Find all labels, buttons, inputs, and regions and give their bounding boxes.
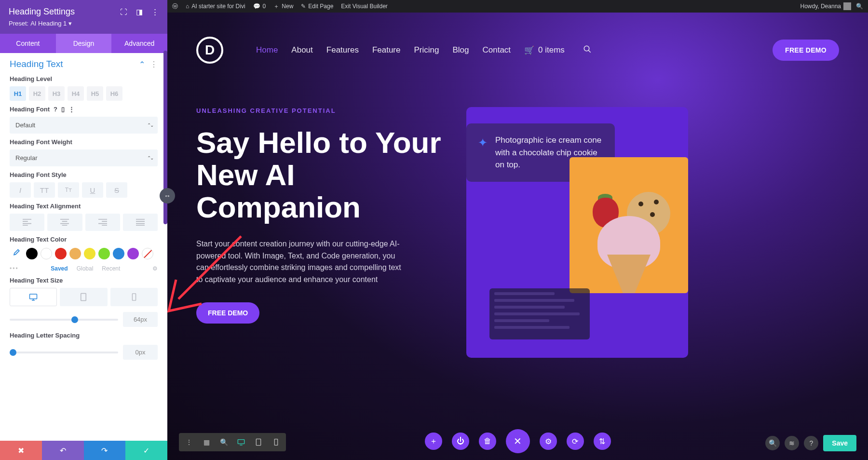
heading-level-h5[interactable]: H5 — [87, 86, 103, 101]
close-button[interactable]: ✖ — [0, 441, 42, 460]
undo-button[interactable]: ↶ — [42, 441, 84, 460]
tab-design[interactable]: Design — [56, 34, 112, 53]
nav-cta-button[interactable]: FREE DEMO — [773, 40, 839, 61]
layers-button[interactable]: ≋ — [785, 436, 799, 450]
nav-features[interactable]: Features — [326, 45, 359, 55]
device-phone[interactable] — [110, 288, 158, 306]
nav-home[interactable]: Home — [256, 45, 278, 55]
heading-font-weight-select[interactable]: Regular — [10, 149, 158, 166]
save-button[interactable]: Save — [823, 435, 856, 451]
heading-level-row: H1 H2 H3 H4 H5 H6 — [10, 86, 158, 101]
wp-logo-icon[interactable]: ⓦ — [172, 2, 178, 11]
help-button[interactable]: ? — [804, 436, 818, 450]
preset-selector[interactable]: Preset: AI Heading 1 ▾ — [9, 20, 159, 27]
color-black[interactable] — [26, 248, 38, 259]
history-button[interactable]: ⟳ — [567, 433, 584, 450]
vt-zoom-icon[interactable]: 🔍 — [216, 436, 232, 448]
nav-blog[interactable]: Blog — [452, 45, 469, 55]
sidebar-toggle-handle[interactable]: ↔ — [160, 188, 175, 203]
sort-button[interactable]: ⇅ — [594, 433, 611, 450]
color-tab-saved[interactable]: Saved — [51, 265, 68, 272]
color-tab-recent[interactable]: Recent — [102, 265, 120, 272]
text-size-value[interactable]: 64px — [123, 312, 158, 327]
focus-icon[interactable]: ⛶ — [120, 8, 127, 16]
power-button[interactable]: ⏻ — [452, 433, 469, 450]
font-style-uppercase[interactable]: TT — [34, 182, 55, 198]
wp-search-icon[interactable]: 🔍 — [856, 3, 863, 10]
more-colors-icon[interactable]: ••• — [10, 265, 19, 272]
delete-button[interactable]: 🗑 — [479, 433, 496, 450]
tab-advanced[interactable]: Advanced — [111, 34, 167, 53]
text-size-slider[interactable] — [10, 319, 118, 321]
view-toolbar: ⋮ ▦ 🔍 — [179, 433, 286, 451]
color-settings-gear-icon[interactable]: ⚙ — [152, 265, 158, 272]
hero-title: Say Hello to Your New AI Companion — [196, 127, 447, 224]
settings-button[interactable]: ⚙ — [540, 433, 557, 450]
letter-spacing-slider[interactable] — [10, 352, 118, 353]
color-white[interactable] — [41, 248, 52, 259]
font-style-underline[interactable]: U — [82, 182, 103, 198]
align-center[interactable] — [47, 214, 82, 231]
section-title-heading-text[interactable]: Heading Text — [10, 59, 63, 69]
device-desktop[interactable] — [10, 288, 57, 306]
responsive-icon[interactable]: ▯ — [61, 106, 65, 113]
color-red[interactable] — [55, 248, 67, 259]
wp-new[interactable]: ＋ New — [273, 2, 293, 11]
device-tablet[interactable] — [60, 288, 107, 306]
font-style-strike[interactable]: S — [106, 182, 127, 198]
heading-level-h1[interactable]: H1 — [10, 86, 26, 101]
heading-level-h4[interactable]: H4 — [68, 86, 84, 101]
kebab-menu-icon[interactable]: ⋮ — [151, 8, 159, 16]
color-blue[interactable] — [113, 248, 124, 259]
vt-phone-icon[interactable] — [268, 436, 284, 448]
letter-spacing-value[interactable]: 0px — [123, 345, 158, 360]
hero-body: Start your content creation journey with… — [196, 238, 404, 286]
close-builder-button[interactable]: ✕ — [506, 429, 530, 453]
redo-button[interactable]: ↷ — [84, 441, 126, 460]
nav-feature[interactable]: Feature — [372, 45, 401, 55]
font-style-smallcaps[interactable]: Tᴛ — [58, 182, 79, 198]
hover-icon[interactable]: ⋮ — [68, 106, 75, 113]
nav-about[interactable]: About — [291, 45, 312, 55]
eyedropper-icon[interactable] — [10, 247, 23, 260]
nav-cart[interactable]: 🛒 0 items — [524, 45, 565, 55]
wp-comments[interactable]: 💬 0 — [253, 3, 266, 10]
align-justify[interactable] — [123, 214, 158, 231]
letter-spacing-label: Heading Letter Spacing — [10, 332, 158, 339]
color-orange[interactable] — [69, 248, 81, 259]
heading-level-h3[interactable]: H3 — [48, 86, 65, 101]
wp-exit-vb[interactable]: Exit Visual Builder — [341, 3, 388, 10]
wp-howdy[interactable]: Howdy, Deanna — [800, 2, 852, 10]
dock-icon[interactable]: ◨ — [136, 8, 143, 16]
vt-tablet-icon[interactable] — [250, 436, 267, 448]
color-none[interactable] — [142, 248, 153, 259]
font-style-italic[interactable]: I — [10, 182, 31, 198]
site-logo[interactable]: D — [196, 37, 223, 64]
nav-contact[interactable]: Contact — [482, 45, 511, 55]
color-green[interactable] — [98, 248, 110, 259]
vt-kebab-icon[interactable]: ⋮ — [181, 436, 197, 448]
wp-admin-bar: ⓦ ⌂ AI starter site for Divi 💬 0 ＋ New ✎… — [167, 0, 868, 13]
heading-level-h2[interactable]: H2 — [29, 86, 45, 101]
help-icon[interactable]: ? — [54, 106, 57, 113]
color-tab-global[interactable]: Global — [77, 265, 94, 272]
align-left[interactable] — [10, 214, 44, 231]
align-right[interactable] — [85, 214, 120, 231]
vt-wireframe-icon[interactable]: ▦ — [198, 436, 215, 448]
wp-edit-page[interactable]: ✎ Edit Page — [301, 3, 333, 10]
vt-desktop-icon[interactable] — [233, 436, 249, 448]
find-button[interactable]: 🔍 — [765, 436, 780, 450]
tab-content[interactable]: Content — [0, 34, 56, 53]
section-kebab-icon[interactable]: ⋮ — [150, 60, 158, 69]
color-yellow[interactable] — [84, 248, 95, 259]
nav-pricing[interactable]: Pricing — [414, 45, 439, 55]
hero-cta-button[interactable]: FREE DEMO — [196, 302, 259, 324]
add-button[interactable]: ＋ — [425, 433, 442, 450]
heading-level-h6[interactable]: H6 — [106, 86, 122, 101]
nav-search-icon[interactable] — [583, 45, 592, 55]
color-purple[interactable] — [127, 248, 139, 259]
heading-font-select[interactable]: Default — [10, 117, 158, 134]
wp-site-link[interactable]: ⌂ AI starter site for Divi — [186, 3, 245, 10]
confirm-button[interactable]: ✓ — [125, 441, 167, 460]
collapse-icon[interactable]: ⌃ — [139, 60, 145, 69]
